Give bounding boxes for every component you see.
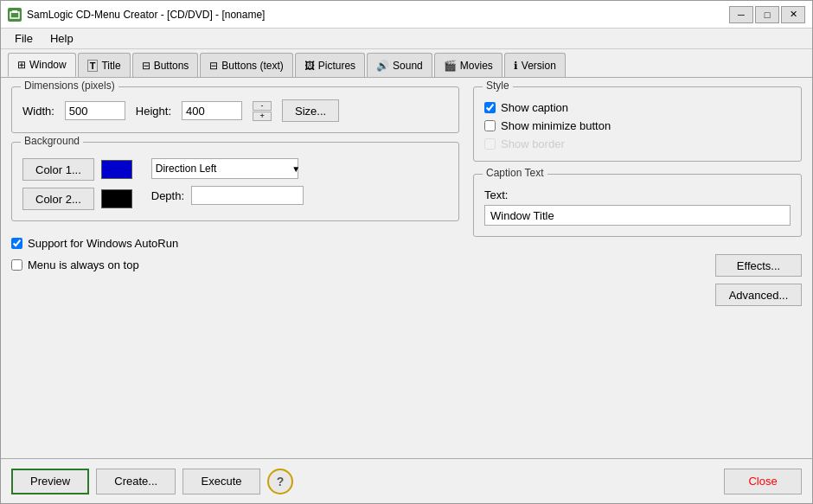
style-group: Style Show caption Show minimize button … <box>473 86 802 162</box>
content-area: Dimensions (pixels) Width: Height: - + S… <box>1 77 812 458</box>
right-column: Style Show caption Show minimize button … <box>473 86 802 450</box>
autorun-checkbox[interactable] <box>11 238 22 249</box>
color1-row: Color 1... <box>22 158 132 181</box>
height-label: Height: <box>136 105 171 118</box>
height-input[interactable] <box>182 101 242 120</box>
color2-swatch[interactable] <box>101 189 132 208</box>
title-tab-icon: T <box>87 60 99 72</box>
show-minimize-label: Show minimize button <box>501 119 611 132</box>
sound-tab-label: Sound <box>393 60 423 72</box>
depth-row: Depth: <box>151 186 304 205</box>
tab-sound[interactable]: 🔊 Sound <box>367 53 432 77</box>
title-bar: SamLogic CD-Menu Creator - [CD/DVD] - [n… <box>1 1 812 29</box>
show-border-label: Show border <box>501 137 565 150</box>
window-tab-icon: ⊞ <box>17 59 26 71</box>
close-button[interactable]: Close <box>724 469 802 494</box>
menubar: File Help <box>1 29 812 49</box>
show-border-checkbox[interactable] <box>484 138 496 150</box>
buttons-tab-label: Buttons <box>154 60 189 72</box>
tab-pictures[interactable]: 🖼 Pictures <box>295 53 365 77</box>
preview-button[interactable]: Preview <box>11 469 89 494</box>
window-tab-label: Window <box>29 59 67 71</box>
execute-button[interactable]: Execute <box>182 469 260 494</box>
main-window: SamLogic CD-Menu Creator - [CD/DVD] - [n… <box>0 0 813 504</box>
svg-rect-0 <box>10 12 19 18</box>
title-tab-label: Title <box>101 60 120 72</box>
tab-title[interactable]: T Title <box>78 53 131 77</box>
close-window-button[interactable]: ✕ <box>781 6 805 23</box>
style-group-label: Style <box>483 80 513 92</box>
dimensions-row: Width: Height: - + Size... <box>22 99 448 122</box>
pictures-tab-icon: 🖼 <box>304 60 315 72</box>
minimize-button[interactable]: ─ <box>729 6 753 23</box>
always-on-top-label: Menu is always on top <box>28 258 139 271</box>
size-stepper: - + <box>253 101 272 121</box>
menu-help[interactable]: Help <box>43 30 80 47</box>
caption-text-label: Text: <box>484 188 791 201</box>
depth-label: Depth: <box>151 189 184 202</box>
color-buttons: Color 1... Color 2... <box>22 158 132 210</box>
help-button[interactable]: ? <box>267 469 293 494</box>
caption-text-group: Caption Text Text: <box>473 174 802 237</box>
sound-tab-icon: 🔊 <box>376 60 389 72</box>
show-minimize-checkbox[interactable] <box>484 120 496 131</box>
tab-window[interactable]: ⊞ Window <box>8 53 76 77</box>
show-caption-label: Show caption <box>501 101 568 114</box>
version-tab-icon: ℹ <box>514 60 518 72</box>
background-group: Background Color 1... Color 2... <box>11 142 459 221</box>
depth-input[interactable] <box>191 186 304 205</box>
window-controls: ─ □ ✕ <box>729 6 805 23</box>
advanced-button[interactable]: Advanced... <box>715 284 802 306</box>
buttons-tab-icon: ⊟ <box>142 60 150 72</box>
autorun-row: Support for Windows AutoRun <box>11 237 459 250</box>
width-label: Width: <box>22 105 54 118</box>
buttons-text-tab-icon: ⊟ <box>209 60 218 72</box>
show-caption-row: Show caption <box>484 101 791 114</box>
caption-text-group-label: Caption Text <box>483 167 547 179</box>
app-icon <box>8 8 22 22</box>
bottom-checkboxes: Support for Windows AutoRun Menu is alwa… <box>11 230 459 275</box>
tabs-row: ⊞ Window T Title ⊟ Buttons ⊟ Buttons (te… <box>1 49 812 77</box>
movies-tab-label: Movies <box>460 60 493 72</box>
svg-rect-1 <box>12 10 17 13</box>
show-minimize-row: Show minimize button <box>484 119 791 132</box>
direction-depth-col: Direction Left Direction Right Direction… <box>151 158 304 205</box>
color2-button[interactable]: Color 2... <box>22 188 94 210</box>
color1-button[interactable]: Color 1... <box>22 158 94 181</box>
size-button[interactable]: Size... <box>282 99 339 122</box>
size-decrease-button[interactable]: + <box>253 112 272 121</box>
pictures-tab-label: Pictures <box>318 60 355 72</box>
bottom-bar: Preview Create... Execute ? Close <box>1 458 812 503</box>
autorun-label: Support for Windows AutoRun <box>28 237 178 250</box>
dimensions-group: Dimensions (pixels) Width: Height: - + S… <box>11 86 459 133</box>
show-caption-checkbox[interactable] <box>484 102 496 113</box>
tab-buttons-text[interactable]: ⊟ Buttons (text) <box>200 53 292 77</box>
show-border-row: Show border <box>484 137 791 150</box>
version-tab-label: Version <box>522 60 556 72</box>
buttons-text-tab-label: Buttons (text) <box>221 60 283 72</box>
size-increase-button[interactable]: - <box>253 101 272 111</box>
direction-select[interactable]: Direction Left Direction Right Direction… <box>151 158 298 179</box>
main-row: Dimensions (pixels) Width: Height: - + S… <box>11 86 802 450</box>
always-on-top-row: Menu is always on top <box>11 258 459 271</box>
always-on-top-checkbox[interactable] <box>11 259 22 271</box>
color1-swatch[interactable] <box>101 160 132 179</box>
effects-advanced-area: Effects... Advanced... <box>473 254 802 306</box>
width-input[interactable] <box>65 101 125 120</box>
maximize-button[interactable]: □ <box>755 6 779 23</box>
background-group-label: Background <box>21 135 83 147</box>
tab-version[interactable]: ℹ Version <box>504 53 566 77</box>
caption-text-input[interactable] <box>484 205 791 226</box>
tab-movies[interactable]: 🎬 Movies <box>434 53 503 77</box>
color2-row: Color 2... <box>22 188 132 210</box>
direction-wrapper: Direction Left Direction Right Direction… <box>151 158 304 179</box>
window-title: SamLogic CD-Menu Creator - [CD/DVD] - [n… <box>27 9 729 21</box>
create-button[interactable]: Create... <box>96 469 176 494</box>
effects-button[interactable]: Effects... <box>715 254 802 277</box>
menu-file[interactable]: File <box>8 30 40 47</box>
left-column: Dimensions (pixels) Width: Height: - + S… <box>11 86 459 450</box>
movies-tab-icon: 🎬 <box>444 60 457 72</box>
tab-buttons[interactable]: ⊟ Buttons <box>132 53 199 77</box>
dimensions-group-label: Dimensions (pixels) <box>21 80 118 92</box>
